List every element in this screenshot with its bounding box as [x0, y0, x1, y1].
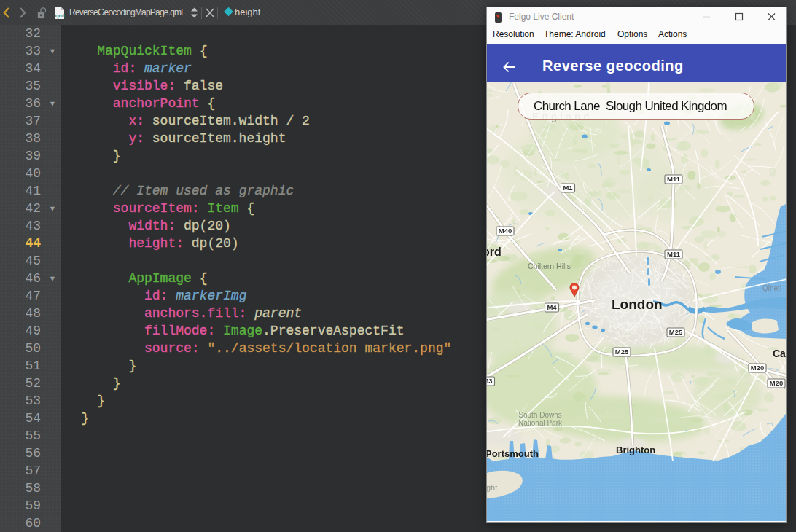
svg-text:Can: Can [773, 348, 786, 359]
svg-text:National Park: National Park [518, 419, 563, 427]
svg-text:qml: qml [55, 12, 66, 19]
svg-text:M11: M11 [667, 175, 681, 183]
svg-text:ght: ght [487, 483, 497, 492]
svg-text:M20: M20 [751, 364, 764, 372]
svg-text:Portsmouth: Portsmouth [487, 448, 539, 459]
svg-text:M25: M25 [615, 348, 629, 356]
svg-text:M25: M25 [669, 328, 683, 336]
svg-text:Chiltern Hills: Chiltern Hills [528, 262, 571, 270]
svg-text:M11: M11 [667, 250, 681, 258]
svg-text:M40: M40 [499, 227, 512, 235]
svg-text:South Downs: South Downs [518, 411, 561, 419]
svg-text:M4: M4 [547, 303, 557, 311]
svg-text:M20: M20 [770, 379, 783, 387]
svg-text:ord: ord [487, 246, 502, 258]
svg-text:London: London [612, 297, 663, 312]
svg-text:M3: M3 [487, 377, 493, 385]
svg-text:Qineti: Qineti [762, 284, 781, 292]
svg-text:M1: M1 [563, 184, 573, 192]
svg-text:Brighton: Brighton [616, 445, 655, 455]
